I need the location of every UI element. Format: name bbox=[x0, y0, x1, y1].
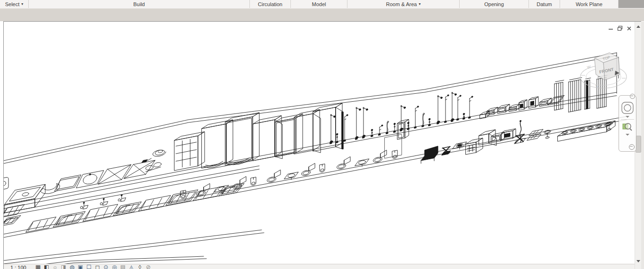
shadows-icon[interactable]: ◨ bbox=[59, 264, 68, 269]
revit-window: Select▾BuildCirculationModelRoom & Area▾… bbox=[0, 0, 644, 269]
visual-style-icon[interactable]: ◧ bbox=[42, 264, 51, 269]
model-geometry[interactable] bbox=[0, 53, 627, 269]
navbar-pin-icon[interactable] bbox=[630, 94, 635, 99]
temporary-view-properties-icon[interactable]: ▤ bbox=[119, 264, 127, 269]
model-wireframe-view[interactable]: W S TOP FRONT bbox=[0, 0, 644, 269]
navbar-divider bbox=[621, 119, 634, 120]
zoom-options-caret-icon[interactable] bbox=[626, 134, 629, 136]
view-scale-button[interactable]: 1 : 100 bbox=[10, 265, 26, 269]
highlight-displacement-sets-icon[interactable]: ◊ bbox=[136, 264, 144, 269]
crop-view-icon[interactable]: ▣ bbox=[76, 264, 85, 269]
detail-level-icon[interactable]: ▦ bbox=[34, 264, 42, 269]
reveal-hidden-elements-icon[interactable]: ◎ bbox=[110, 264, 119, 269]
show-rendering-dialog-icon[interactable]: ◍ bbox=[68, 264, 76, 269]
zoom-tool-icon[interactable] bbox=[621, 121, 634, 132]
window-right-margin bbox=[641, 22, 644, 269]
scroll-down-icon[interactable] bbox=[636, 260, 640, 262]
navigation-bar[interactable] bbox=[619, 95, 636, 152]
wheel-options-caret-icon[interactable] bbox=[626, 116, 629, 118]
close-view-icon[interactable] bbox=[627, 25, 632, 31]
view-control-bar: 1 : 100 ▦◧☼◨◍▣☐◻⊙◎▤◬◊⊘ bbox=[4, 264, 635, 269]
show-analytical-model-icon[interactable]: ◬ bbox=[127, 264, 136, 269]
view-window-controls bbox=[608, 25, 632, 31]
minimize-view-icon[interactable] bbox=[608, 25, 614, 31]
compass-west-label[interactable]: W bbox=[586, 65, 591, 70]
unlocked-3d-view-icon[interactable]: ◻ bbox=[93, 264, 102, 269]
reveal-constraints-icon[interactable]: ⊘ bbox=[144, 264, 153, 269]
view-control-icons: ▦◧☼◨◍▣☐◻⊙◎▤◬◊⊘ bbox=[34, 264, 153, 269]
restore-view-icon[interactable] bbox=[617, 25, 623, 31]
scroll-up-icon[interactable] bbox=[636, 25, 640, 28]
sun-path-icon[interactable]: ☼ bbox=[51, 264, 59, 269]
navbar-options-icon[interactable] bbox=[629, 144, 635, 150]
steering-wheel-icon[interactable] bbox=[621, 101, 634, 114]
show-crop-region-icon[interactable]: ☐ bbox=[85, 264, 93, 269]
temporary-hide-isolate-icon[interactable]: ⊙ bbox=[102, 264, 110, 269]
